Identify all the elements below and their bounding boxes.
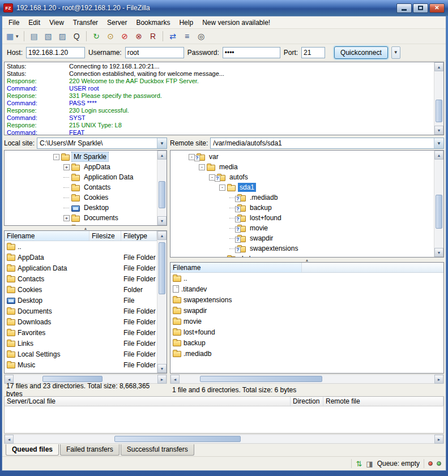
- queue-horizontal-scrollbar[interactable]: ◄ ►: [4, 434, 444, 444]
- tree-item-mr-sparkle[interactable]: -Mr Sparkle: [5, 152, 156, 162]
- tree-expander-icon[interactable]: +: [63, 225, 70, 226]
- tree-item-cookies[interactable]: Cookies: [5, 192, 156, 203]
- tree-item-backup[interactable]: ?backup: [170, 203, 433, 213]
- tab-queued-files[interactable]: Queued files: [6, 444, 59, 456]
- scroll-left-button[interactable]: ◄: [170, 375, 180, 384]
- scroll-thumb[interactable]: [436, 100, 442, 122]
- scroll-thumb[interactable]: [42, 376, 103, 382]
- tree-item-mediadb[interactable]: ?.mediadb: [170, 192, 433, 203]
- tree-item-documents[interactable]: +Documents: [5, 213, 156, 223]
- scroll-track[interactable]: [157, 240, 167, 364]
- toggle-local-tree-button[interactable]: ▧: [41, 30, 55, 43]
- process-queue-button[interactable]: ⊙: [104, 30, 117, 43]
- scroll-up-button[interactable]: ▲: [157, 231, 167, 240]
- sync-browsing-button[interactable]: ⇄: [166, 30, 180, 43]
- file-row[interactable]: backup: [170, 337, 443, 348]
- menu-item-new-version-available[interactable]: New version available!: [198, 18, 275, 28]
- tree-item-swapdir[interactable]: ?swapdir: [170, 233, 433, 243]
- speed-limits-icon[interactable]: ⇅: [356, 460, 362, 468]
- scroll-right-button[interactable]: ►: [434, 435, 443, 444]
- tree-expander-icon[interactable]: -: [199, 164, 205, 170]
- file-row[interactable]: .titandev: [170, 284, 443, 294]
- scroll-track[interactable]: [180, 375, 434, 383]
- scroll-track[interactable]: [157, 160, 167, 216]
- file-row[interactable]: CookiesFolder: [5, 284, 157, 295]
- file-row[interactable]: swapextensions: [170, 294, 443, 305]
- username-input[interactable]: [125, 47, 184, 58]
- directory-comparison-button[interactable]: ≡: [180, 30, 194, 43]
- file-row[interactable]: DocumentsFile Folder: [5, 306, 157, 316]
- queue-column-server-local-file[interactable]: Server/Local file: [5, 397, 291, 406]
- tree-item-lost-found[interactable]: ?lost+found: [170, 213, 433, 223]
- menu-item-view[interactable]: View: [45, 18, 69, 28]
- port-input[interactable]: [301, 47, 325, 58]
- tree-expander-icon[interactable]: +: [63, 164, 70, 170]
- file-row[interactable]: AppDataFile Folder: [5, 252, 157, 263]
- tab-failed-transfers[interactable]: Failed transfers: [60, 444, 120, 456]
- scroll-track[interactable]: [14, 375, 157, 383]
- tree-item-var[interactable]: -?var: [170, 152, 433, 162]
- scroll-thumb[interactable]: [159, 242, 165, 294]
- host-input[interactable]: [26, 47, 85, 58]
- toggle-queue-button[interactable]: Q: [70, 30, 83, 43]
- file-row[interactable]: MusicFile Folder: [5, 359, 157, 370]
- local-list-scrollbar[interactable]: ▲ ▼: [157, 231, 167, 373]
- tree-expander-icon[interactable]: +: [63, 215, 70, 221]
- tree-item-desktop[interactable]: Desktop: [5, 203, 156, 213]
- reconnect-button[interactable]: R: [146, 30, 160, 43]
- local-site-dropdown-button[interactable]: ▼: [157, 138, 167, 148]
- menu-item-transfer[interactable]: Transfer: [69, 18, 103, 28]
- scroll-left-button[interactable]: ◄: [5, 435, 14, 444]
- site-manager-dropdown-icon[interactable]: ▼: [15, 34, 19, 39]
- scroll-right-button[interactable]: ►: [434, 375, 443, 384]
- tree-item-autofs[interactable]: -?autofs: [170, 172, 433, 182]
- tree-item-downloads[interactable]: +Downloads: [5, 223, 156, 225]
- scroll-thumb[interactable]: [436, 195, 442, 228]
- remote-splitter[interactable]: ▲: [170, 258, 444, 262]
- menu-item-bookmarks[interactable]: Bookmarks: [131, 18, 174, 28]
- tree-expander-icon[interactable]: -: [53, 154, 59, 160]
- remote-tree-scrollbar[interactable]: ▲ ▼: [434, 151, 443, 257]
- tree-item-swapextensions[interactable]: ?swapextensions: [170, 243, 433, 254]
- cancel-button[interactable]: ⊘: [118, 30, 131, 43]
- tree-item-media[interactable]: -media: [170, 162, 433, 172]
- local-horizontal-scrollbar[interactable]: ◄ ►: [4, 374, 167, 384]
- directory-comparison-icon[interactable]: ◨: [366, 460, 373, 468]
- file-row[interactable]: swapdir: [170, 305, 443, 316]
- scroll-track[interactable]: [434, 71, 443, 126]
- site-manager-button[interactable]: ▦▼: [5, 30, 21, 43]
- minimize-button[interactable]: [396, 3, 412, 13]
- file-row[interactable]: DesktopFile: [5, 295, 157, 306]
- tree-item-movie[interactable]: ?movie: [170, 223, 433, 233]
- menu-item-edit[interactable]: Edit: [24, 18, 45, 28]
- scroll-thumb[interactable]: [200, 376, 322, 382]
- scroll-up-button[interactable]: ▲: [157, 151, 167, 160]
- file-row[interactable]: lost+found: [170, 327, 443, 337]
- file-row[interactable]: Local SettingsFile Folder: [5, 349, 157, 359]
- log-scrollbar[interactable]: ▲ ▼: [434, 62, 443, 135]
- column-header-filesize[interactable]: Filesize: [89, 231, 121, 241]
- file-row[interactable]: Application DataFile Folder: [5, 263, 157, 273]
- tree-item-dvd[interactable]: ?dvd: [170, 254, 433, 257]
- quickconnect-dropdown-button[interactable]: ▼: [391, 46, 400, 59]
- column-header-filetype[interactable]: Filetype: [121, 231, 157, 241]
- toggle-message-log-button[interactable]: ▤: [27, 30, 41, 43]
- file-row[interactable]: .mediadb: [170, 348, 443, 359]
- queue-body[interactable]: [4, 406, 444, 434]
- column-header-filename[interactable]: Filename: [5, 231, 89, 241]
- menu-item-help[interactable]: Help: [174, 18, 198, 28]
- tree-item-contacts[interactable]: Contacts: [5, 182, 156, 192]
- close-button[interactable]: ✕: [429, 3, 445, 13]
- password-input[interactable]: [223, 47, 280, 58]
- file-row[interactable]: movie: [170, 316, 443, 327]
- file-row[interactable]: LinksFile Folder: [5, 338, 157, 349]
- local-splitter[interactable]: ▲: [4, 226, 167, 230]
- file-row[interactable]: ContactsFile Folder: [5, 273, 157, 284]
- scroll-down-button[interactable]: ▼: [157, 364, 167, 373]
- scroll-down-button[interactable]: ▼: [434, 126, 443, 135]
- menu-item-file[interactable]: File: [4, 18, 24, 28]
- quickconnect-button[interactable]: Quickconnect: [334, 46, 388, 59]
- maximize-button[interactable]: [413, 3, 428, 13]
- queue-column-remote-file[interactable]: Remote file: [323, 397, 443, 406]
- remote-site-dropdown-button[interactable]: ▼: [434, 138, 443, 148]
